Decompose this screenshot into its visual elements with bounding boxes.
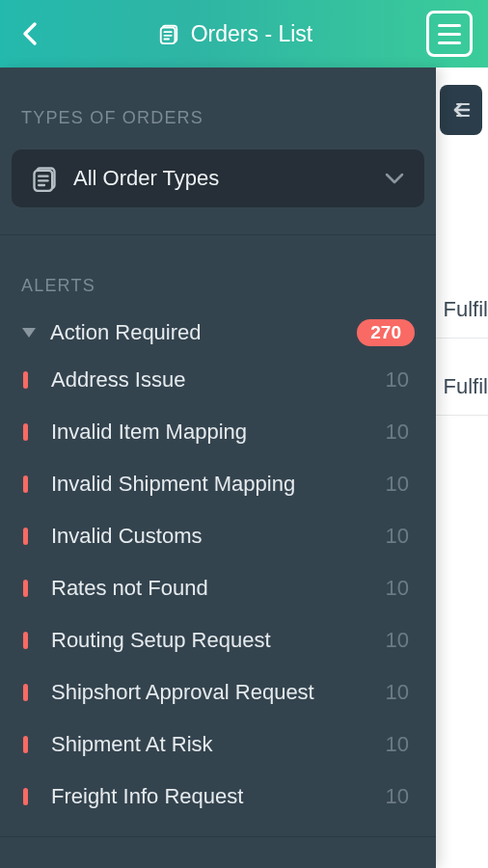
alerts-list: Address Issue10Invalid Item Mapping10Inv… — [0, 354, 436, 823]
dropdown-selected-label: All Order Types — [73, 166, 219, 191]
section-title-alerts: ALERTS — [0, 276, 436, 296]
alert-item-label: Invalid Item Mapping — [51, 420, 368, 445]
alert-item[interactable]: Address Issue10 — [0, 354, 436, 406]
types-of-orders-section: TYPES OF ORDERS All Order Types — [0, 68, 436, 207]
alert-item-label: Rates not Found — [51, 576, 368, 601]
caret-down-icon — [21, 327, 37, 339]
alert-item[interactable]: Shipment At Risk10 — [0, 719, 436, 771]
app-header: Orders - List — [0, 0, 488, 68]
header-title-wrap: Orders - List — [158, 21, 313, 47]
alert-item-label: Freight Info Request — [51, 784, 368, 809]
alert-item-label: Invalid Shipment Mapping — [51, 472, 368, 497]
chevron-down-icon — [384, 172, 405, 185]
alert-item[interactable]: Invalid Item Mapping10 — [0, 406, 436, 458]
list-item-text: Fulfil — [444, 297, 488, 321]
alert-indicator-icon — [23, 528, 28, 545]
alert-item-label: Shipment At Risk — [51, 732, 368, 757]
orders-icon — [158, 23, 179, 44]
filter-drawer: TYPES OF ORDERS All Order Types ALERTS — [0, 68, 436, 868]
alert-item[interactable]: Freight Info Request10 — [0, 771, 436, 823]
orders-icon — [31, 165, 58, 192]
alert-item-count: 10 — [386, 784, 409, 809]
menu-button[interactable] — [426, 11, 473, 57]
alert-item-count: 10 — [386, 367, 409, 393]
alert-indicator-icon — [23, 788, 28, 805]
alert-item-count: 10 — [386, 732, 409, 757]
order-types-dropdown[interactable]: All Order Types — [12, 149, 424, 207]
alert-item-label: Routing Setup Request — [51, 628, 368, 653]
alert-item-label: Shipshort Approval Request — [51, 680, 368, 705]
list-item[interactable]: Fulfil — [444, 374, 488, 399]
alert-item-count: 10 — [386, 628, 409, 653]
drawer-collapse-button[interactable] — [440, 85, 482, 135]
hamburger-line — [438, 41, 461, 44]
alert-indicator-icon — [23, 684, 28, 701]
alert-indicator-icon — [23, 632, 28, 649]
hamburger-line — [438, 33, 461, 36]
back-button[interactable] — [15, 19, 44, 48]
alert-item-count: 10 — [386, 472, 409, 497]
alert-item[interactable]: Rates not Found10 — [0, 562, 436, 614]
alerts-action-required-toggle[interactable]: Action Required 270 — [0, 296, 436, 346]
alert-indicator-icon — [23, 475, 28, 493]
alert-item-count: 10 — [386, 680, 409, 705]
chevron-left-icon — [21, 20, 39, 47]
alert-item-label: Address Issue — [51, 367, 368, 393]
alert-indicator-icon — [23, 580, 28, 597]
dropdown-label-wrap: All Order Types — [31, 165, 219, 192]
page-title: Orders - List — [191, 21, 313, 47]
alert-indicator-icon — [23, 736, 28, 753]
alert-item[interactable]: Routing Setup Request10 — [0, 614, 436, 666]
order-statuses-section: ORDER STATUSES — [0, 837, 436, 868]
list-item-text: Fulfil — [444, 374, 488, 398]
alert-indicator-icon — [23, 371, 28, 389]
alert-item-count: 10 — [386, 524, 409, 549]
alert-item-label: Invalid Customs — [51, 524, 368, 549]
alert-item[interactable]: Invalid Customs10 — [0, 510, 436, 562]
collapse-left-icon — [449, 100, 473, 120]
alert-item-count: 10 — [386, 576, 409, 601]
alerts-group-label: Action Required — [50, 320, 343, 345]
alert-item[interactable]: Shipshort Approval Request10 — [0, 666, 436, 719]
alerts-section: ALERTS Action Required 270 Address Issue… — [0, 235, 436, 823]
list-item[interactable]: Fulfil — [444, 297, 488, 322]
alert-item[interactable]: Invalid Shipment Mapping10 — [0, 458, 436, 510]
alerts-count-badge: 270 — [357, 319, 415, 346]
hamburger-line — [438, 24, 461, 27]
alert-indicator-icon — [23, 423, 28, 441]
alert-item-count: 10 — [386, 420, 409, 445]
section-title-types: TYPES OF ORDERS — [0, 108, 436, 128]
